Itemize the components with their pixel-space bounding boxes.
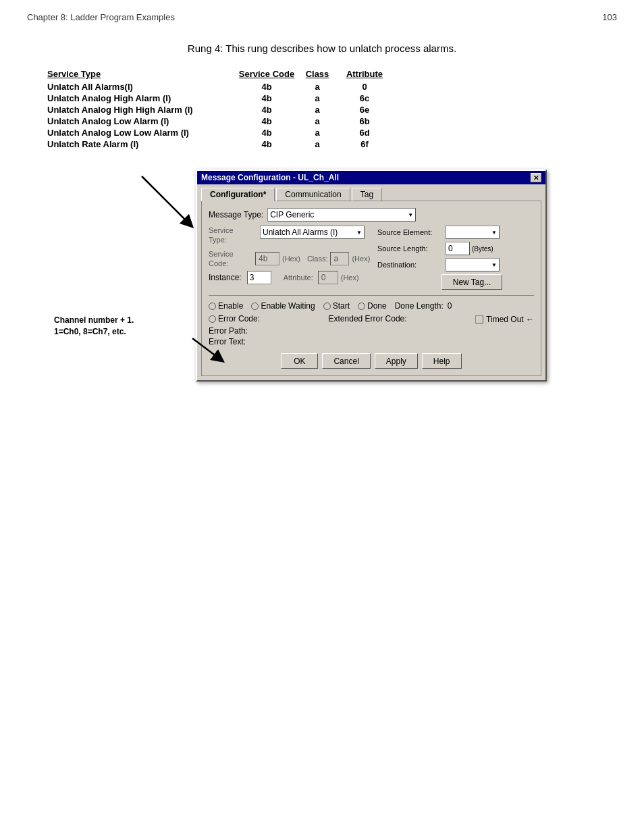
dialog-title: Message Configuration - UL_Ch_All — [201, 173, 339, 182]
class-input — [330, 252, 349, 265]
table-row: Unlatch Rate Alarm (I) 4b a 6f — [47, 139, 603, 149]
instance-label: Instance: — [209, 273, 242, 282]
tab-configuration[interactable]: Configuration* — [201, 188, 275, 201]
extended-error-area: Extended Error Code: — [329, 314, 407, 323]
ok-button[interactable]: OK — [281, 353, 318, 369]
timed-out-checkbox[interactable] — [475, 315, 483, 323]
new-tag-button[interactable]: New Tag... — [441, 274, 502, 290]
radio-circle-done — [358, 303, 365, 310]
enable-waiting-radio[interactable]: Enable Waiting — [251, 301, 315, 311]
cancel-button[interactable]: Cancel — [322, 353, 370, 369]
message-type-row: Message Type: CIP Generic ▼ — [209, 208, 534, 221]
rung-title: Rung 4: This rung describes how to unlat… — [41, 43, 603, 54]
arrow-pointer-1 — [135, 163, 196, 246]
button-row: OK Cancel Apply Help — [209, 353, 534, 369]
channel-note: Channel number + 1. 1=Ch0, 8=Ch7, etc. — [54, 315, 162, 338]
service-type-dropdown[interactable]: Unlatch All Alarms (I) ▼ — [260, 226, 365, 239]
col-header-class: Class — [297, 69, 338, 79]
service-table: Service Type Service Code Class Attribut… — [47, 69, 603, 149]
col-header-attr: Attribute — [338, 69, 392, 79]
tab-communication[interactable]: Communication — [276, 188, 350, 201]
source-length-label: Source Length: — [377, 244, 441, 253]
attribute-label: Attribute: — [284, 273, 313, 282]
source-length-input[interactable] — [446, 242, 470, 255]
table-row: Unlatch All Alarms(I) 4b a 0 — [47, 82, 603, 92]
chevron-down-icon: ▼ — [491, 262, 497, 268]
class-hex-label: (Hex) — [352, 255, 370, 263]
destination-row: Destination: ▼ — [377, 258, 534, 271]
radio-circle-start — [323, 303, 331, 310]
source-length-row: Source Length: (Bytes) — [377, 242, 534, 255]
service-code-input — [255, 252, 279, 265]
source-element-label: Source Element: — [377, 228, 441, 236]
col-header-code: Service Code — [236, 69, 297, 79]
service-type-label: ServiceType: — [209, 226, 256, 245]
table-row: Unlatch Analog Low Low Alarm (I) 4b a 6d — [47, 128, 603, 138]
instance-spinner[interactable] — [247, 271, 271, 284]
error-text-row: Error Text: — [209, 337, 534, 346]
enable-radio[interactable]: Enable — [209, 301, 243, 311]
service-code-label: ServiceCode: — [209, 249, 252, 269]
source-element-row: Source Element: ▼ — [377, 226, 534, 239]
service-type-row: ServiceType: Unlatch All Alarms (I) ▼ — [209, 226, 371, 245]
instance-input[interactable] — [247, 271, 271, 284]
message-config-dialog: Message Configuration - UL_Ch_All ✕ Conf… — [196, 170, 603, 382]
left-col: ServiceType: Unlatch All Alarms (I) ▼ Se… — [209, 226, 371, 290]
radio-circle-enable — [209, 303, 216, 310]
new-tag-area: New Tag... — [441, 274, 534, 290]
status-radio-row: Enable Enable Waiting Start Done — [209, 301, 534, 311]
error-row: Error Code: Extended Error Code: Timed O… — [209, 313, 534, 324]
col-header-type: Service Type — [47, 69, 236, 79]
chevron-down-icon: ▼ — [491, 230, 497, 236]
attribute-hex-label: (Hex) — [341, 273, 359, 282]
error-code-radio[interactable]: Error Code: — [209, 314, 260, 323]
done-length-row: Done Length: 0 — [395, 301, 452, 311]
source-element-dropdown[interactable]: ▼ — [446, 226, 500, 239]
message-type-label: Message Type: — [209, 210, 263, 219]
table-row: Unlatch Analog High Alarm (I) 4b a 6c — [47, 93, 603, 103]
table-row: Unlatch Analog High High Alarm (I) 4b a … — [47, 105, 603, 115]
attribute-input — [318, 271, 338, 284]
chevron-down-icon: ▼ — [408, 212, 413, 218]
help-button[interactable]: Help — [422, 353, 462, 369]
bytes-label: (Bytes) — [472, 245, 493, 253]
dialog-body: Message Type: CIP Generic ▼ ServiceType: — [201, 201, 541, 376]
two-col-section: ServiceType: Unlatch All Alarms (I) ▼ Se… — [209, 226, 534, 290]
timed-out-row: Timed Out ← — [475, 315, 534, 324]
svg-line-3 — [192, 338, 219, 359]
class-label: Class: — [307, 255, 328, 263]
chapter-title: Chapter 8: Ladder Program Examples — [27, 12, 175, 22]
service-code-hex-label: (Hex) — [282, 255, 300, 263]
svg-line-1 — [142, 176, 189, 224]
page-number: 103 — [602, 12, 617, 22]
dialog-titlebar: Message Configuration - UL_Ch_All ✕ — [197, 171, 545, 184]
service-code-class-row: ServiceCode: (Hex) Class: (Hex) — [209, 249, 371, 269]
start-radio[interactable]: Start — [323, 301, 350, 311]
chevron-down-icon: ▼ — [356, 230, 362, 236]
dialog-tabs: Configuration* Communication Tag — [197, 184, 545, 201]
arrow-pointer-2 — [186, 328, 226, 371]
page-header: Chapter 8: Ladder Program Examples 103 — [0, 0, 644, 29]
message-type-dropdown[interactable]: CIP Generic ▼ — [267, 208, 416, 221]
close-icon[interactable]: ✕ — [531, 173, 541, 182]
destination-dropdown[interactable]: ▼ — [446, 258, 500, 271]
instance-row: Instance: Attribute: (Hex) — [209, 271, 371, 284]
apply-button[interactable]: Apply — [375, 353, 418, 369]
tab-tag[interactable]: Tag — [352, 188, 382, 201]
destination-label: Destination: — [377, 261, 441, 269]
radio-circle-error — [209, 315, 216, 323]
done-radio[interactable]: Done — [358, 301, 387, 311]
right-col: Source Element: ▼ Source Length: — [377, 226, 534, 290]
radio-circle-enable-waiting — [251, 303, 259, 310]
table-row: Unlatch Analog Low Alarm (I) 4b a 6b — [47, 116, 603, 126]
error-path-row: Error Path: — [209, 326, 534, 336]
